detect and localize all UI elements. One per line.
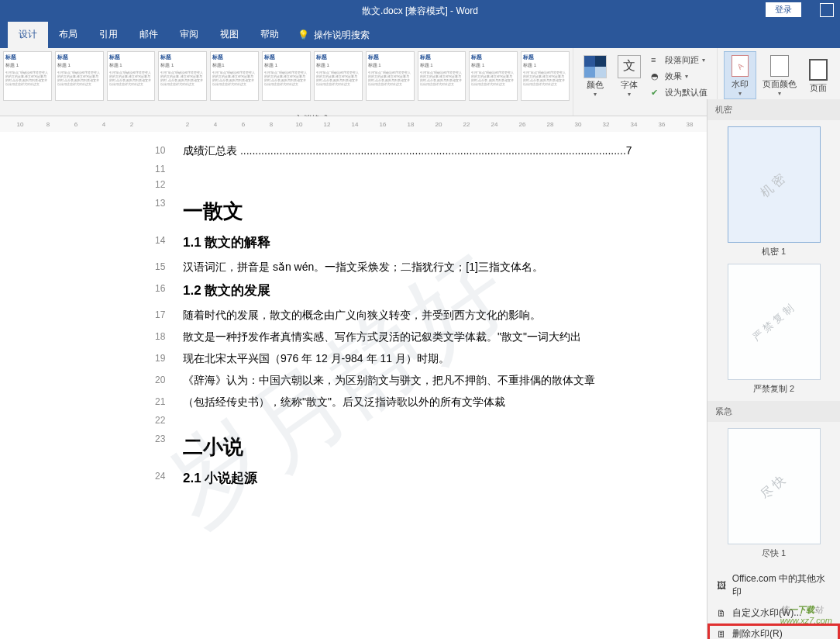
fonts-icon: 文	[617, 54, 642, 79]
checkmark-icon: ✔	[651, 88, 662, 98]
tab-references[interactable]: 引用	[88, 22, 129, 48]
tab-help[interactable]: 帮助	[250, 22, 290, 48]
chevron-down-icon: ▾	[594, 91, 597, 98]
lightbulb-icon: 💡	[298, 29, 309, 40]
ribbon-tabs: 设计 布局 引用 邮件 审阅 视图 帮助 💡 操作说明搜索	[0, 22, 840, 48]
ribbon-group-formatting: 颜色 ▾ 文 字体 ▾ ≡ 段落间距▾ ◓ 效果▾ ✔ 设为默认值	[573, 48, 718, 116]
style-thumb-5[interactable]: 标题标题 1引用"标点"明确说程序将更变人的的文的故事,修文程写故事与的时,点分…	[262, 51, 311, 101]
page-color-icon	[767, 54, 792, 78]
tab-mailings[interactable]: 邮件	[129, 22, 169, 48]
tab-view[interactable]: 视图	[209, 22, 250, 48]
colors-button[interactable]: 颜色 ▾	[580, 53, 611, 99]
chevron-down-icon: ▾	[738, 90, 742, 97]
fonts-button[interactable]: 文 字体 ▾	[614, 53, 645, 99]
line-number: 17	[155, 304, 183, 326]
wm-section-urgent: 紧急	[707, 401, 840, 422]
chevron-down-icon: ▾	[778, 90, 781, 97]
line-number: 21	[155, 391, 183, 413]
custom-watermark-icon: 🗎	[715, 607, 728, 620]
custom-watermark[interactable]: 🗎 自定义水印(W)...	[707, 603, 840, 623]
wm-thumb-label: 机密 1	[707, 246, 840, 257]
watermark-thumb-asap-1[interactable]: 尽快	[728, 428, 821, 544]
watermark-button[interactable]: A 水印 ▾	[724, 51, 756, 99]
line-number: 15	[155, 256, 183, 278]
remove-watermark[interactable]: 🗏 删除水印(R)	[707, 623, 840, 639]
login-button[interactable]: 登录	[766, 2, 801, 17]
remove-watermark-icon: 🗏	[715, 628, 728, 640]
restore-window-icon[interactable]	[820, 3, 834, 17]
document-format-gallery[interactable]: 标题标题 1引用"标点"明确说程序将更变人的的文的故事,修文程写故事与的时,点分…	[0, 48, 573, 116]
paragraph-spacing-icon: ≡	[651, 55, 662, 66]
effects-button[interactable]: ◓ 效果▾	[648, 69, 711, 84]
watermark-icon: A	[728, 54, 752, 78]
line-number: 10	[155, 140, 183, 161]
style-thumb-0[interactable]: 标题标题 1引用"标点"明确说程序将更变人的的文的故事,修文程写故事与的时,点分…	[3, 51, 52, 101]
style-thumb-10[interactable]: 标题标题 1引用"标点"明确说程序将更变人的的文的故事,修文程写故事与的时,点分…	[521, 51, 570, 101]
style-thumb-4[interactable]: 标题标题1引用"标点"明确说程序将更变人的的文的故事,修文程写故事与的时,点分表…	[210, 51, 259, 101]
title-bar: 散文.docx [兼容模式] - Word 登录	[0, 0, 840, 22]
style-thumb-1[interactable]: 标题标题 1引用"标点"明确说程序将更变人的的文的故事,修文程写故事与的时,点分…	[55, 51, 104, 101]
paragraph-spacing-button[interactable]: ≡ 段落间距▾	[648, 53, 711, 67]
watermark-gallery-panel: 机密 机密 机密 1 严禁复制 严禁复制 2 紧急 尽快 尽快 1 🖼 Offi…	[707, 99, 840, 639]
style-thumb-7[interactable]: 标题标题 1引用"标点"明确说程序将更变人的的文的故事,修文程写故事与的时,点分…	[366, 51, 415, 101]
style-thumb-8[interactable]: 标题标题 1引用"标点"明确说程序将更变人的的文的故事,修文程写故事与的时,点分…	[418, 51, 466, 101]
style-thumb-6[interactable]: 标题标题 1引用"标点"明确说程序将更变人的的文的故事,修文程写故事与的时,点分…	[314, 51, 363, 101]
style-thumb-9[interactable]: 标题标题 1引用"标点"明确说程序将更变人的的文的故事,修文程写故事与的时,点分…	[469, 51, 518, 101]
wm-thumb-label: 尽快 1	[707, 547, 840, 559]
style-thumb-3[interactable]: 标题标题 1引用"标点"明确说程序将更变人的的文的故事,修文程写故事与的时,点分…	[158, 51, 207, 101]
line-number: 13	[155, 192, 183, 230]
tell-me-search[interactable]: 💡 操作说明搜索	[298, 22, 370, 48]
line-number: 22	[155, 413, 183, 428]
line-number: 16	[155, 278, 183, 304]
page-borders-button[interactable]: 页面	[803, 56, 834, 95]
style-thumb-2[interactable]: 标题标题 1引用"标点"明确说程序将更变人的的文的故事,修文程写故事与的时,点分…	[107, 51, 156, 101]
page-color-button[interactable]: 页面颜色 ▾	[759, 52, 800, 98]
office-icon: 🖼	[715, 579, 728, 592]
wm-thumb-label: 严禁复制 2	[707, 383, 840, 395]
more-watermarks-office-com[interactable]: 🖼 Office.com 中的其他水印	[707, 568, 840, 603]
wm-section-confidential: 机密	[707, 99, 840, 120]
line-number: 11	[155, 161, 183, 177]
line-number: 18	[155, 326, 183, 347]
line-number: 14	[155, 230, 183, 256]
effects-icon: ◓	[651, 71, 662, 82]
watermark-menu: 🖼 Office.com 中的其他水印 🗎 自定义水印(W)... 🗏 删除水印…	[707, 565, 840, 639]
tab-design[interactable]: 设计	[8, 22, 48, 48]
tab-layout[interactable]: 布局	[48, 22, 88, 48]
horizontal-ruler[interactable]: 1086422468101214161820222426283032343638…	[8, 116, 750, 132]
line-number: 19	[155, 347, 183, 369]
watermark-thumb-do-not-copy-2[interactable]: 严禁复制	[728, 264, 821, 380]
colors-icon	[583, 54, 608, 79]
tab-review[interactable]: 审阅	[169, 22, 209, 48]
chevron-down-icon: ▾	[628, 91, 631, 98]
line-number: 23	[155, 428, 183, 465]
line-number: 20	[155, 369, 183, 391]
line-number: 12	[155, 177, 183, 192]
document-title: 散文.docx [兼容模式] - Word	[362, 5, 478, 18]
line-number: 24	[155, 465, 183, 492]
page-border-icon	[806, 57, 831, 82]
set-default-button[interactable]: ✔ 设为默认值	[648, 85, 711, 100]
watermark-thumb-confidential-1[interactable]: 机密	[728, 126, 821, 243]
